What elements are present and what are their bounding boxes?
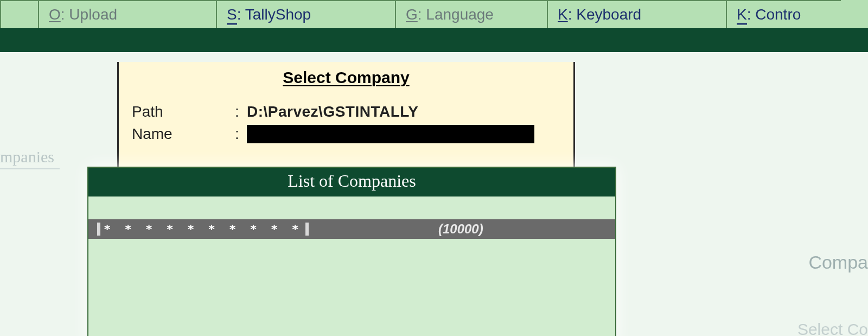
company-list-gap (88, 196, 615, 219)
menu-control[interactable]: K: Contro (727, 0, 841, 28)
bg-label-companies-left: mpanies (0, 148, 54, 166)
path-value: D:\Parvez\GSTINTALLY (247, 103, 419, 121)
menu-spacer (0, 0, 38, 28)
top-menu: O: Upload S: TallyShop G: Language K: Ke… (0, 0, 868, 28)
menu-language[interactable]: G: Language (396, 0, 548, 28)
company-name-masked: * * * * * * * * * * (104, 223, 302, 236)
select-company-title: Select Company (119, 68, 573, 87)
select-company-panel: Select Company Path : D:\Parvez\GSTINTAL… (117, 62, 575, 170)
company-list-header: List of Companies (88, 168, 615, 196)
bg-label-company-right: Compa (808, 252, 868, 273)
company-list-body (88, 239, 615, 336)
cursor-icon (305, 223, 309, 236)
company-code: (10000) (312, 221, 610, 237)
company-name-input[interactable] (247, 125, 534, 143)
company-list-item[interactable]: * * * * * * * * * * (10000) (88, 219, 615, 239)
name-row: Name : (119, 125, 573, 143)
path-row: Path : D:\Parvez\GSTINTALLY (119, 103, 573, 121)
title-strip (0, 28, 868, 52)
path-label: Path (132, 103, 235, 121)
menu-keyboard[interactable]: K: Keyboard (548, 0, 727, 28)
cursor-icon (97, 223, 100, 236)
company-list-panel: List of Companies * * * * * * * * * * (1… (87, 167, 616, 336)
name-label: Name (132, 125, 235, 143)
menu-upload[interactable]: O: Upload (38, 0, 217, 28)
menu-tallyshop[interactable]: S: TallyShop (217, 0, 396, 28)
bg-label-select-right: Select Co (797, 320, 868, 336)
